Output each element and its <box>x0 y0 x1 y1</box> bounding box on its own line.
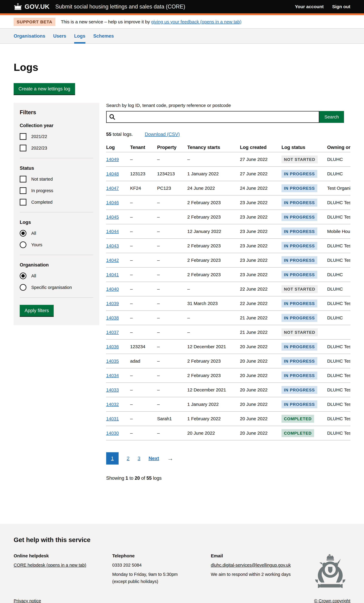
checkbox-in-progress[interactable] <box>20 187 26 194</box>
cell-owning-organisation: DLUHC Tes <box>327 373 350 378</box>
table-row: 14046––2 February 202323 June 2022IN PRO… <box>106 196 350 210</box>
cell-log-created: 22 June 2022 <box>240 301 282 306</box>
log-id-link[interactable]: 14046 <box>106 200 119 205</box>
checkbox-row-not-started: Not started <box>20 176 93 183</box>
cell-property: Sarah1 <box>157 416 187 421</box>
crown-copyright-link[interactable]: © Crown copyright <box>314 598 350 603</box>
log-id-link[interactable]: 14045 <box>106 214 119 220</box>
cell-tenant: – <box>130 272 157 277</box>
cell-tenant: – <box>130 430 157 436</box>
log-id-link[interactable]: 14038 <box>106 315 119 320</box>
sign-out-link[interactable]: Sign out <box>332 4 350 9</box>
main-content: Logs Create a new lettings log Filters C… <box>0 61 364 524</box>
cell-owning-organisation: DLUHC Tes <box>327 430 350 436</box>
cell-tenant: – <box>130 330 157 335</box>
cell-owning-organisation: DLUHC Tes <box>327 359 350 364</box>
search-input[interactable] <box>106 111 319 123</box>
cell-owning-organisation: DLUHC Tes <box>327 200 350 205</box>
log-id-link[interactable]: 14042 <box>106 258 119 263</box>
log-id-link[interactable]: 14048 <box>106 171 119 176</box>
service-name: Submit social housing lettings and sales… <box>55 3 185 10</box>
feedback-link[interactable]: giving us your feedback (opens in a new … <box>151 19 241 24</box>
cell-tenancy-starts: 12 December 2021 <box>187 344 240 349</box>
table-row: 14044––12 January 202223 June 2022IN PRO… <box>106 224 350 239</box>
footer-title: Get help with this service <box>14 536 350 544</box>
nav-item-users[interactable]: Users <box>53 29 66 44</box>
cell-property: – <box>157 229 187 234</box>
cell-tenant: – <box>130 258 157 263</box>
telephone-hours: Monday to Friday, 9am to 5:30pm <box>112 572 211 577</box>
showing-prefix: Showing <box>106 475 126 481</box>
page-link-1[interactable]: 1 <box>106 452 119 464</box>
cell-tenant: – <box>130 402 157 407</box>
checkbox-row-completed: Completed <box>20 199 93 206</box>
support-beta-tag: SUPPORT BETA <box>14 18 55 26</box>
cell-log-created: 21 June 2022 <box>240 315 282 320</box>
status-badge: IN PROGRESS <box>282 357 317 365</box>
status-badge: IN PROGRESS <box>282 213 317 221</box>
privacy-notice-link[interactable]: Privacy notice <box>14 598 41 603</box>
log-id-link[interactable]: 14039 <box>106 301 119 306</box>
apply-filters-button[interactable]: Apply filters <box>20 305 54 316</box>
nav-item-organisations[interactable]: Organisations <box>14 29 45 44</box>
your-account-link[interactable]: Your account <box>295 4 324 9</box>
cell-tenant: – <box>130 416 157 421</box>
cell-log-created: 20 June 2022 <box>240 344 282 349</box>
log-id-link[interactable]: 14044 <box>106 229 119 234</box>
checkbox-label: Not started <box>31 177 53 182</box>
header-account-nav: Your account Sign out <box>295 4 350 9</box>
core-helpdesk-link[interactable]: CORE helpdesk (opens in a new tab) <box>14 563 112 568</box>
cell-log-created: 23 June 2022 <box>240 243 282 248</box>
log-id-link[interactable]: 14037 <box>106 330 119 335</box>
cell-tenancy-starts: 1 January 2022 <box>187 402 240 407</box>
radio-org-all[interactable] <box>20 273 26 279</box>
log-id-link[interactable]: 14049 <box>106 157 119 162</box>
log-id-link[interactable]: 14035 <box>106 359 119 363</box>
radio-logs-all[interactable] <box>20 230 26 237</box>
email-note: We aim to respond within 2 working days <box>211 572 309 577</box>
log-id-link[interactable]: 14041 <box>106 272 119 277</box>
telephone-title: Telephone <box>112 553 211 558</box>
cell-property: – <box>157 387 187 393</box>
checkbox-not-started[interactable] <box>20 176 26 183</box>
checkbox-2021-22[interactable] <box>20 133 26 140</box>
telephone-hours-note: (except public holidays) <box>112 579 211 584</box>
status-badge: COMPLETED <box>282 415 314 423</box>
online-helpdesk-title: Online helpdesk <box>14 553 112 558</box>
log-id-link[interactable]: 14032 <box>106 402 119 407</box>
nav-item-schemes[interactable]: Schemes <box>93 29 114 44</box>
radio-org-specific[interactable] <box>20 284 26 291</box>
log-id-link[interactable]: 14043 <box>106 243 119 248</box>
page-link-2[interactable]: 2 <box>127 456 129 461</box>
email-link[interactable]: dluhc.digital-services@levellingup.gov.u… <box>211 563 309 568</box>
log-id-link[interactable]: 14034 <box>106 373 119 378</box>
cell-log-created: 20 June 2022 <box>240 402 282 407</box>
col-header-owning-organisation: Owning organisation <box>327 145 350 150</box>
checkbox-2022-23[interactable] <box>20 145 26 151</box>
next-page-link[interactable]: Next <box>149 456 159 461</box>
table-row: 14041––2 February 202323 June 2022IN PRO… <box>106 267 350 282</box>
page-link-3[interactable]: 3 <box>138 456 141 461</box>
cell-tenant: – <box>130 229 157 234</box>
checkbox-completed[interactable] <box>20 199 26 206</box>
search-button[interactable]: Search <box>319 111 344 123</box>
log-id-link[interactable]: 14031 <box>106 416 119 421</box>
cell-log-created: 21 June 2022 <box>240 330 282 335</box>
create-lettings-log-button[interactable]: Create a new lettings log <box>14 83 75 94</box>
log-id-link[interactable]: 14036 <box>106 344 119 349</box>
log-id-link[interactable]: 14040 <box>106 287 119 291</box>
cell-property: – <box>157 243 187 248</box>
cell-log-created: 23 June 2022 <box>240 258 282 263</box>
phase-banner: SUPPORT BETA This is a new service – hel… <box>0 15 364 29</box>
nav-item-logs[interactable]: Logs <box>74 29 85 44</box>
status-badge: COMPLETED <box>282 429 314 437</box>
cell-property: – <box>157 402 187 407</box>
log-id-link[interactable]: 14033 <box>106 387 119 392</box>
radio-logs-yours[interactable] <box>20 242 26 248</box>
log-id-link[interactable]: 14030 <box>106 430 119 436</box>
log-id-link[interactable]: 14047 <box>106 186 119 191</box>
footer-bottom-row: Privacy notice © Crown copyright <box>14 598 350 603</box>
cell-tenancy-starts: 2 February 2023 <box>187 359 240 364</box>
showing-to: 20 <box>135 475 140 481</box>
download-csv-link[interactable]: Download (CSV) <box>145 132 180 137</box>
